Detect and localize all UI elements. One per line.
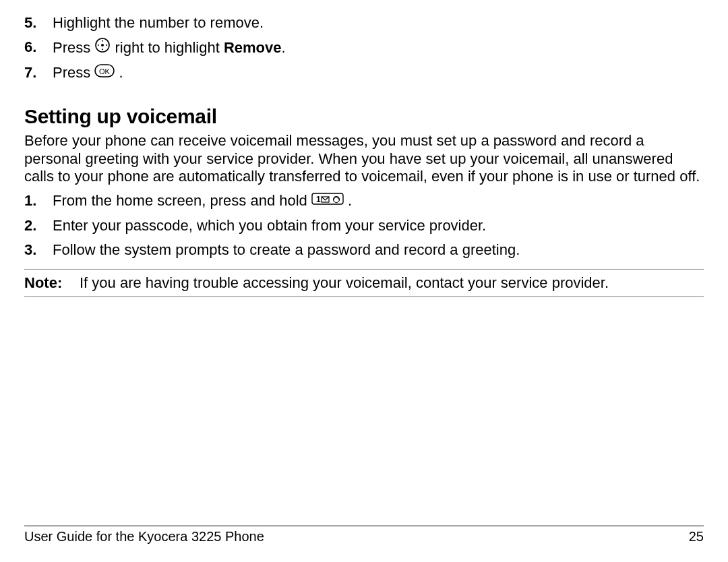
- note-label: Note:: [24, 274, 80, 292]
- voicemail-key-icon: 1: [311, 191, 344, 212]
- note-box: Note: If you are having trouble accessin…: [24, 269, 704, 297]
- footer-left: User Guide for the Kyocera 3225 Phone: [24, 529, 264, 544]
- continued-steps: 5. Highlight the number to remove. 6. Pr…: [24, 13, 704, 84]
- svg-text:OK: OK: [99, 67, 111, 75]
- step-text: Enter your passcode, which you obtain fr…: [53, 216, 486, 236]
- step-number: 6.: [24, 38, 53, 56]
- vm-step-1: 1. From the home screen, press and hold …: [24, 191, 704, 212]
- svg-point-1: [101, 44, 104, 46]
- svg-point-2: [102, 40, 103, 41]
- step-number: 3.: [24, 241, 53, 259]
- step-text: From the home screen, press and hold 1 .: [53, 191, 352, 212]
- section-heading: Setting up voicemail: [24, 105, 704, 128]
- step-5: 5. Highlight the number to remove.: [24, 13, 704, 33]
- vm-step-2: 2. Enter your passcode, which you obtain…: [24, 216, 704, 236]
- page: 5. Highlight the number to remove. 6. Pr…: [0, 0, 728, 562]
- vm-step-3: 3. Follow the system prompts to create a…: [24, 241, 704, 260]
- step-number: 7.: [24, 64, 53, 82]
- step-text: Press OK .: [53, 63, 123, 83]
- svg-point-4: [98, 44, 99, 46]
- svg-text:1: 1: [316, 195, 321, 204]
- step-number: 5.: [24, 14, 53, 32]
- step-text: Highlight the number to remove.: [53, 13, 264, 33]
- section-body: Before your phone can receive voicemail …: [24, 132, 704, 186]
- step-text: Follow the system prompts to create a pa…: [53, 241, 520, 260]
- note-text: If you are having trouble accessing your…: [80, 274, 609, 292]
- voicemail-steps: 1. From the home screen, press and hold …: [24, 191, 704, 259]
- page-footer: User Guide for the Kyocera 3225 Phone 25: [24, 526, 704, 544]
- svg-point-5: [107, 44, 108, 46]
- nav-right-icon: [94, 37, 111, 59]
- step-text: Press right to highlight Remove.: [53, 38, 286, 59]
- svg-point-3: [102, 49, 103, 50]
- step-number: 2.: [24, 217, 53, 235]
- page-number: 25: [689, 529, 704, 544]
- step-7: 7. Press OK .: [24, 63, 704, 83]
- step-number: 1.: [24, 192, 53, 210]
- step-6: 6. Press right to highlight Remove.: [24, 38, 704, 59]
- ok-button-icon: OK: [94, 63, 115, 83]
- remove-label: Remove: [224, 38, 282, 55]
